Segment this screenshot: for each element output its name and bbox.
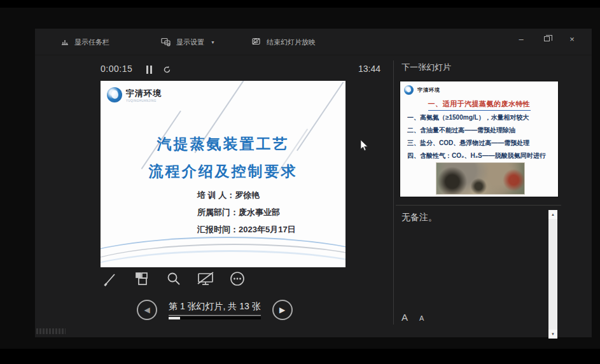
scroll-down-icon[interactable]: ▼ [548, 330, 557, 339]
notes-scrollbar[interactable]: ▲ ▼ [548, 210, 557, 339]
show-taskbar-label: 显示任务栏 [74, 38, 109, 47]
increase-font-button[interactable]: A [401, 312, 408, 323]
restart-timer-button[interactable] [163, 65, 171, 76]
notes-divider [396, 205, 561, 206]
mouse-cursor [360, 140, 369, 154]
black-screen-button[interactable] [196, 269, 215, 288]
minimize-button[interactable]: – [514, 32, 528, 45]
chevron-down-icon: ▼ [211, 40, 215, 45]
info-line-department: 所属部门：废水事业部 [197, 204, 296, 221]
pen-icon [102, 270, 118, 287]
toolbar: 显示任务栏 显示设置 ▼ 结束幻灯片放映 – × [35, 29, 592, 55]
company-logo: 宇清环境 YUQINGHUANJING [107, 87, 162, 102]
restore-icon [544, 36, 550, 41]
annotation-toolbar [101, 269, 247, 288]
logo-text: 宇清环境 [417, 87, 440, 94]
panel-divider [393, 60, 394, 325]
display-settings-label: 显示设置 [176, 38, 204, 47]
slide-progress-bar [169, 317, 261, 319]
screen: 显示任务栏 显示设置 ▼ 结束幻灯片放映 – × [0, 0, 600, 364]
list-item: 四、含酸性气：CO₂、H₂S——脱酸脱氨同时进行 [407, 150, 554, 162]
decrease-font-button[interactable]: A [419, 314, 424, 322]
ellipsis-icon [228, 270, 246, 288]
end-show-label: 结束幻灯片放映 [267, 38, 316, 47]
slide-sorter-button[interactable] [132, 269, 151, 288]
more-options-button[interactable] [228, 269, 247, 288]
logo-subtext: YUQINGHUANJING [126, 99, 162, 102]
pause-icon [146, 66, 148, 74]
scroll-up-icon[interactable]: ▲ [548, 210, 557, 219]
info-line-date: 汇报时间：2023年5月17日 [197, 221, 296, 238]
zoom-button[interactable] [164, 269, 183, 288]
equipment-photo [436, 162, 525, 195]
presenter-window: 显示任务栏 显示设置 ▼ 结束幻灯片放映 – × [35, 29, 592, 337]
clock-display: 13:44 [358, 64, 380, 74]
slide-counter: 第 1 张幻灯片, 共 13 张 [169, 301, 261, 316]
display-settings-icon [161, 38, 171, 46]
screen-slash-icon [196, 270, 215, 287]
next-slide-title: 一、适用于汽提蒸氨的废水特性 [428, 99, 531, 111]
notes-font-controls: A A [401, 312, 424, 323]
slide-title-line1: 汽提蒸氨装置工艺 [101, 134, 345, 154]
window-controls: – × [514, 32, 579, 45]
company-logo: 宇清环境 [404, 85, 440, 95]
slides-grid-icon [134, 270, 150, 287]
presenter-info: 培 训 人：罗徐艳 所属部门：废水事业部 汇报时间：2023年5月17日 [197, 186, 296, 238]
next-slide-preview[interactable]: 宇清环境 一、适用于汽提蒸氨的废水特性 一、高氨氮（≥1500mg/L），水量相… [400, 81, 559, 197]
display-settings-button[interactable]: 显示设置 ▼ [161, 34, 215, 50]
next-slide-button[interactable]: ▶ [272, 300, 293, 320]
logo-text: 宇清环境 [126, 88, 162, 99]
logo-icon [404, 85, 414, 95]
slide-navigation: ◀ 第 1 张幻灯片, 共 13 张 ▶ [137, 297, 347, 323]
current-slide[interactable]: 宇清环境 YUQINGHUANJING 汽提蒸氨装置工艺 流程介绍及控制要求 培… [101, 81, 345, 267]
next-slide-body: 一、高氨氮（≥1500mg/L），水量相对较大 二、含油量不能过高——需预处理除… [407, 111, 554, 162]
nav-status-wrap: 第 1 张幻灯片, 共 13 张 [169, 301, 261, 319]
show-taskbar-button[interactable]: 显示任务栏 [60, 34, 109, 50]
pause-timer-button[interactable] [146, 66, 155, 74]
close-button[interactable]: × [565, 32, 579, 45]
restart-icon [163, 66, 171, 74]
info-line-trainer: 培 训 人：罗徐艳 [197, 186, 296, 204]
next-slide-title-wrap: 一、适用于汽提蒸氨的废水特性 [400, 97, 558, 111]
elapsed-timer: 0:00:15 [101, 64, 132, 74]
next-slide-header: 下一张幻灯片 [401, 62, 451, 73]
list-item: 一、高氨氮（≥1500mg/L），水量相对较大 [407, 111, 554, 124]
end-slideshow-icon [251, 38, 262, 46]
end-show-button[interactable]: 结束幻灯片放映 [251, 34, 316, 50]
timer-row: 0:00:15 13:44 [101, 64, 380, 78]
taskbar-icon [60, 38, 69, 46]
progress-fill [169, 317, 180, 319]
notes-text: 无备注。 [401, 212, 437, 223]
previous-slide-button[interactable]: ◀ [137, 300, 157, 320]
list-item: 二、含油量不能过高——需预处理除油 [407, 124, 554, 137]
watermark-text [36, 328, 66, 334]
magnifier-icon [165, 270, 182, 287]
previous-arrow-icon: ◀ [144, 305, 150, 314]
slide-title-line2: 流程介绍及控制要求 [101, 162, 345, 181]
list-item: 三、盐分、COD、悬浮物过高——需预处理 [407, 137, 554, 150]
next-arrow-icon: ▶ [279, 305, 285, 314]
restore-button[interactable] [540, 32, 554, 45]
logo-icon [107, 87, 122, 102]
pen-button[interactable] [101, 269, 120, 288]
